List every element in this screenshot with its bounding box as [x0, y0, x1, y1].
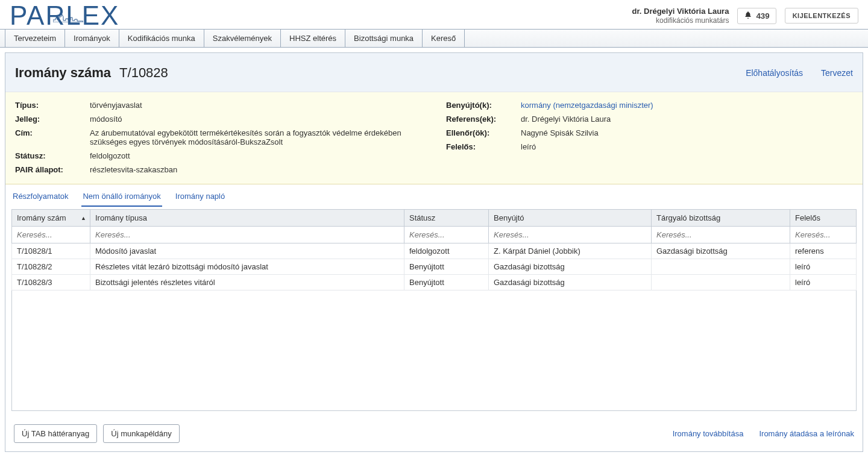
cell-committee: [652, 275, 790, 290]
cell-committee: Gazdasági bizottság: [652, 243, 790, 259]
cell-status: Benyújtott: [404, 275, 489, 290]
table-row[interactable]: T/10828/2 Részletes vitát lezáró bizotts…: [12, 259, 857, 275]
filter-responsible[interactable]: [791, 228, 855, 242]
logout-button[interactable]: KIJELENTKEZÉS: [785, 8, 858, 24]
val-felelos: leíró: [521, 142, 853, 151]
cell-num: T/10828/2: [12, 259, 90, 275]
filter-submitter[interactable]: [490, 228, 650, 242]
val-statusz: feldolgozott: [90, 151, 422, 160]
tab-naplo[interactable]: Iromány napló: [174, 189, 226, 207]
filter-status[interactable]: [406, 228, 487, 242]
lbl-statusz: Státusz:: [15, 151, 87, 160]
user-name: dr. Drégelyi Viktória Laura: [632, 7, 729, 16]
filter-committee[interactable]: [653, 228, 788, 242]
val-tipus: törvényjavaslat: [90, 101, 422, 110]
user-role: kodifikációs munkatárs: [632, 16, 729, 25]
table-row[interactable]: T/10828/1 Módosító javaslat feldolgozott…: [12, 243, 857, 259]
nav-bizottsagi[interactable]: Bizottsági munka: [345, 30, 423, 47]
page-title-label: Iromány száma: [15, 65, 111, 80]
new-workcopy-button[interactable]: Új munkapéldány: [103, 424, 179, 443]
lbl-cim: Cím:: [15, 128, 87, 137]
lbl-pair: PAIR állapot:: [15, 165, 87, 174]
topbar: PARLEX dr. Drégelyi Viktória Laura kodif…: [0, 0, 868, 29]
filter-row: [12, 227, 857, 243]
cell-submitter: Gazdasági bizottság: [489, 275, 652, 290]
th-status[interactable]: Státusz: [404, 210, 489, 227]
summary-panel: Típus:törvényjavaslat Jelleg:módosító Cí…: [5, 92, 863, 184]
cell-responsible: leíró: [790, 275, 857, 290]
nav-kereso[interactable]: Kereső: [423, 30, 465, 47]
table-empty-area: [11, 290, 857, 411]
val-ellenor: Nagyné Spisák Szilvia: [521, 128, 853, 137]
page-title: Iromány száma T/10828: [15, 65, 168, 81]
cell-status: Benyújtott: [404, 259, 489, 275]
cell-submitter: Z. Kárpát Dániel (Jobbik): [489, 243, 652, 259]
cell-status: feldolgozott: [404, 243, 489, 259]
lbl-benyujto: Benyújtó(k):: [446, 101, 518, 110]
val-referens: dr. Drégelyi Viktória Laura: [521, 115, 853, 124]
filter-num[interactable]: [13, 228, 89, 242]
cell-committee: [652, 259, 790, 275]
link-forward-document[interactable]: Iromány továbbítása: [673, 429, 744, 438]
nav-hhsz[interactable]: HHSZ eltérés: [281, 30, 345, 47]
th-submitter[interactable]: Benyújtó: [489, 210, 652, 227]
th-type[interactable]: Iromány típusa: [90, 210, 404, 227]
cell-type: Bizottsági jelentés részletes vitáról: [90, 275, 404, 290]
tab-nem-onallo[interactable]: Nem önálló irományok: [81, 189, 162, 207]
notifications-button[interactable]: 439: [737, 8, 776, 24]
skyline-icon: [53, 0, 83, 8]
lbl-felelos: Felelős:: [446, 142, 518, 151]
th-committee[interactable]: Tárgyaló bizottság: [652, 210, 790, 227]
cell-type: Módosító javaslat: [90, 243, 404, 259]
nav-tervezeteim[interactable]: Tervezeteim: [5, 30, 65, 47]
tab-reszfolyamatok[interactable]: Részfolyamatok: [11, 189, 69, 207]
val-jelleg: módosító: [90, 115, 422, 124]
link-handover-document[interactable]: Iromány átadása a leírónak: [759, 429, 854, 438]
sub-tabs: Részfolyamatok Nem önálló irományok Irom…: [5, 184, 863, 207]
sort-asc-icon: ▲: [81, 215, 86, 221]
cell-type: Részletes vitát lezáró bizottsági módosí…: [90, 259, 404, 275]
lbl-tipus: Típus:: [15, 101, 87, 110]
nav-szakvelemenyek[interactable]: Szakvélemények: [204, 30, 281, 47]
nav-kodifikacios[interactable]: Kodifikációs munka: [119, 30, 204, 47]
app-logo: PARLEX: [10, 2, 119, 29]
val-cim: Az árubemutatóval egybekötött termékérté…: [90, 128, 422, 146]
main-nav: Tervezeteim Irományok Kodifikációs munka…: [0, 29, 868, 48]
documents-table: Iromány szám▲ Iromány típusa Státusz Ben…: [11, 209, 857, 290]
table-row[interactable]: T/10828/3 Bizottsági jelentés részletes …: [12, 275, 857, 290]
val-pair: részletesvita-szakaszban: [90, 165, 422, 174]
lbl-referens: Referens(ek):: [446, 115, 518, 124]
doc-number: T/10828: [119, 65, 168, 80]
link-prevalidate[interactable]: Előhatályosítás: [746, 68, 803, 78]
th-responsible[interactable]: Felelős: [790, 210, 857, 227]
filter-type[interactable]: [92, 228, 403, 242]
notification-count: 439: [756, 11, 769, 20]
cell-responsible: leíró: [790, 259, 857, 275]
cell-num: T/10828/1: [12, 243, 90, 259]
table-wrap: Iromány szám▲ Iromány típusa Státusz Ben…: [5, 207, 863, 417]
page-panel: Iromány száma T/10828 Előhatályosítás Te…: [5, 52, 863, 452]
cell-num: T/10828/3: [12, 275, 90, 290]
page-head: Iromány száma T/10828 Előhatályosítás Te…: [5, 53, 863, 92]
bell-icon: [744, 11, 752, 21]
lbl-ellenor: Ellenőr(ök):: [446, 128, 518, 137]
nav-iromanyok[interactable]: Irományok: [65, 30, 119, 47]
footer-actions: Új TAB háttéranyag Új munkapéldány Iromá…: [5, 417, 863, 451]
link-draft[interactable]: Tervezet: [821, 68, 853, 78]
new-tab-material-button[interactable]: Új TAB háttéranyag: [14, 424, 97, 443]
user-info: dr. Drégelyi Viktória Laura kodifikációs…: [632, 7, 729, 25]
link-benyujto[interactable]: kormány (nemzetgazdasági miniszter): [521, 101, 653, 110]
cell-responsible: referens: [790, 243, 857, 259]
lbl-jelleg: Jelleg:: [15, 115, 87, 124]
th-num[interactable]: Iromány szám▲: [12, 210, 90, 227]
cell-submitter: Gazdasági bizottság: [489, 259, 652, 275]
